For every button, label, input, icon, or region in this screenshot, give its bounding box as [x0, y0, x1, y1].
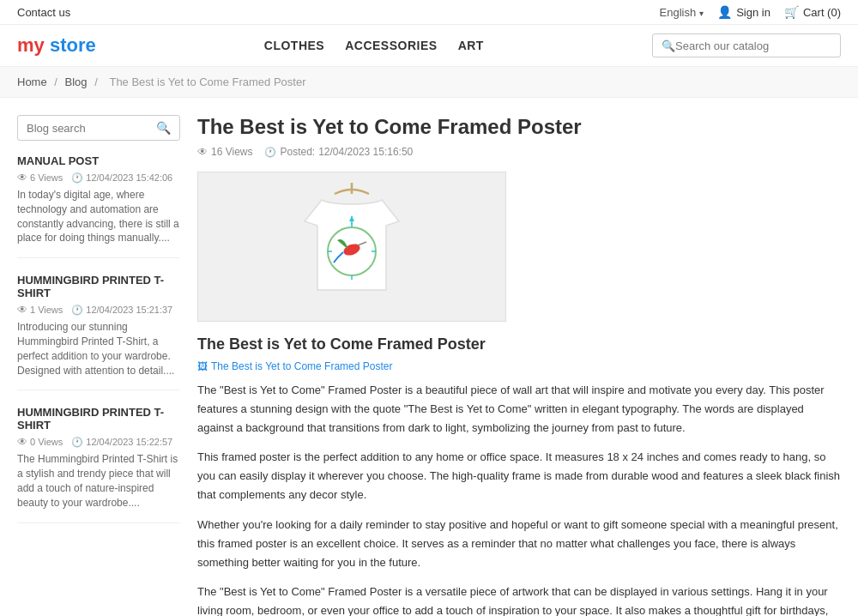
article-posted-date: Posted: 12/04/2023 15:16:50 [264, 146, 413, 158]
sidebar-post-3-excerpt: The Hummingbird Printed T-Shirt is a sty… [17, 452, 180, 510]
post-2-datetime: 12/04/2023 15:21:37 [71, 305, 172, 316]
logo[interactable]: my store [17, 34, 96, 57]
language-selector[interactable]: English [660, 6, 704, 19]
nav-accessories[interactable]: ACCESSORIES [345, 39, 437, 52]
article-title: The Best is Yet to Come Framed Poster [197, 115, 841, 139]
breadcrumb-current: The Best is Yet to Come Framed Poster [109, 75, 305, 88]
breadcrumb-sep-2: / [94, 75, 100, 88]
post-3-views: 0 Views [17, 436, 63, 448]
sidebar-post-1-title[interactable]: MANUAL POST [17, 154, 180, 167]
sign-in-button[interactable]: Sign in [717, 5, 770, 19]
post-1-views: 6 Views [17, 172, 63, 184]
article-area: The Best is Yet to Come Framed Poster 16… [197, 115, 841, 616]
sidebar-post-1-excerpt: In today's digital age, where technology… [17, 188, 180, 245]
top-bar-right: English Sign in Cart (0) [660, 5, 841, 19]
sidebar-post-2-meta: 1 Views 12/04/2023 15:21:37 [17, 304, 180, 316]
clock-icon [71, 172, 83, 184]
blog-search-box[interactable]: 🔍 [17, 115, 180, 141]
article-views: 16 Views [197, 146, 252, 158]
eye-icon [197, 146, 208, 158]
eye-icon [17, 436, 27, 448]
user-icon [717, 5, 732, 19]
eye-icon [17, 172, 27, 184]
sidebar-post-1: MANUAL POST 6 Views 12/04/2023 15:42:06 … [17, 154, 180, 258]
post-1-datetime: 12/04/2023 15:42:06 [71, 172, 172, 184]
eye-icon [17, 304, 27, 316]
main-navigation: CLOTHES ACCESSORIES ART [264, 39, 484, 52]
clock-icon [264, 147, 276, 158]
sidebar-post-1-meta: 6 Views 12/04/2023 15:42:06 [17, 172, 180, 184]
nav-clothes[interactable]: CLOTHES [264, 39, 324, 52]
nav-art[interactable]: ART [458, 39, 484, 52]
sidebar-post-3: HUMMINGBIRD PRINTED T-SHIRT 0 Views 12/0… [17, 406, 180, 522]
main-content: 🔍 MANUAL POST 6 Views 12/04/2023 15:42:0… [0, 98, 858, 616]
breadcrumb-sep-1: / [54, 75, 60, 88]
clock-icon [71, 437, 83, 448]
cart-button[interactable]: Cart (0) [784, 5, 841, 19]
article-para-1: The "Best is Yet to Come" Framed Poster … [197, 381, 841, 438]
post-2-views: 1 Views [17, 304, 63, 316]
article-image [197, 172, 506, 322]
sidebar-post-2-excerpt: Introducing our stunning Hummingbird Pri… [17, 320, 180, 377]
header: my store CLOTHES ACCESSORIES ART [0, 25, 858, 67]
sidebar-post-3-title[interactable]: HUMMINGBIRD PRINTED T-SHIRT [17, 406, 180, 432]
contact-link[interactable]: Contact us [17, 6, 70, 19]
article-meta: 16 Views Posted: 12/04/2023 15:16:50 [197, 146, 841, 158]
breadcrumb-blog[interactable]: Blog [65, 75, 88, 88]
sidebar: 🔍 MANUAL POST 6 Views 12/04/2023 15:42:0… [17, 115, 180, 616]
language-label: English [660, 6, 697, 19]
article-subtitle: The Best is Yet to Come Framed Poster [197, 335, 841, 353]
post-3-datetime: 12/04/2023 15:22:57 [71, 437, 172, 448]
cart-icon [784, 5, 799, 19]
cart-label: Cart (0) [803, 6, 841, 19]
search-icon [662, 39, 675, 52]
article-para-2: This framed poster is the perfect additi… [197, 448, 841, 504]
logo-my: my [17, 34, 45, 56]
catalog-search-input[interactable] [675, 39, 831, 52]
tshirt-svg [296, 178, 408, 316]
article-para-4: The "Best is Yet to Come" Framed Poster … [197, 583, 841, 616]
clock-icon [71, 305, 83, 316]
blog-search-icon[interactable]: 🔍 [156, 121, 171, 135]
sign-in-label: Sign in [736, 6, 770, 19]
chevron-down-icon [699, 6, 704, 19]
article-para-3: Whether you're looking for a daily remin… [197, 516, 841, 572]
sidebar-post-3-meta: 0 Views 12/04/2023 15:22:57 [17, 436, 180, 448]
logo-store: store [45, 34, 96, 56]
article-image-link[interactable]: 🖼 The Best is Yet to Come Framed Poster [197, 360, 841, 372]
breadcrumb-home[interactable]: Home [17, 75, 47, 88]
breadcrumb: Home / Blog / The Best is Yet to Come Fr… [0, 67, 858, 98]
blog-search-input[interactable] [27, 122, 156, 135]
catalog-search-bar[interactable] [652, 33, 841, 57]
sidebar-post-2: HUMMINGBIRD PRINTED T-SHIRT 1 Views 12/0… [17, 274, 180, 390]
top-bar: Contact us English Sign in Cart (0) [0, 0, 858, 25]
sidebar-post-2-title[interactable]: HUMMINGBIRD PRINTED T-SHIRT [17, 274, 180, 299]
article-body: The "Best is Yet to Come" Framed Poster … [197, 381, 841, 616]
